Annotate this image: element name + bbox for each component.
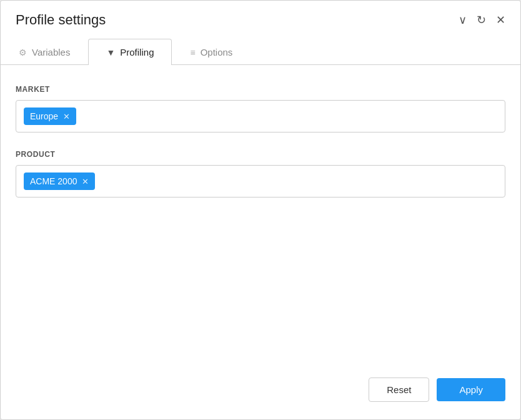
market-tag-europe-remove[interactable]: ✕ [63,112,70,121]
header-icons: ∨ ↻ ✕ [459,13,505,27]
market-label: MARKET [16,85,505,94]
market-tag-europe: Europe ✕ [24,108,76,125]
tab-variables[interactable]: ⚙ Variables [1,39,88,65]
reset-button[interactable]: Reset [369,378,429,402]
product-tag-acme2000: ACME 2000 ✕ [24,172,95,190]
product-tag-acme2000-text: ACME 2000 [30,176,77,186]
profile-settings-dialog: Profile settings ∨ ↻ ✕ ⚙ Variables ▼ Pro… [0,0,521,420]
refresh-icon[interactable]: ↻ [477,13,486,27]
dialog-title: Profile settings [16,12,106,28]
apply-button[interactable]: Apply [437,378,505,401]
close-icon[interactable]: ✕ [496,13,505,27]
variables-icon: ⚙ [19,48,27,58]
options-icon: ≡ [190,48,195,58]
tab-content: MARKET Europe ✕ PRODUCT ACME 2000 ✕ [1,65,520,368]
product-label: PRODUCT [16,150,505,159]
market-input[interactable]: Europe ✕ [16,100,505,132]
tab-options[interactable]: ≡ Options [172,39,251,65]
tab-options-label: Options [201,47,233,58]
market-tag-europe-text: Europe [30,111,58,121]
dialog-header: Profile settings ∨ ↻ ✕ [1,1,520,28]
tab-variables-label: Variables [32,47,70,58]
collapse-icon[interactable]: ∨ [459,13,467,27]
product-tag-acme2000-remove[interactable]: ✕ [82,178,89,186]
product-section: PRODUCT ACME 2000 ✕ [16,150,505,198]
dialog-footer: Reset Apply [1,368,520,419]
tab-profiling[interactable]: ▼ Profiling [88,39,172,65]
tab-bar: ⚙ Variables ▼ Profiling ≡ Options [1,38,520,65]
market-section: MARKET Europe ✕ [16,85,505,132]
tab-profiling-label: Profiling [120,47,154,58]
product-input[interactable]: ACME 2000 ✕ [16,165,505,198]
profiling-icon: ▼ [106,48,115,58]
